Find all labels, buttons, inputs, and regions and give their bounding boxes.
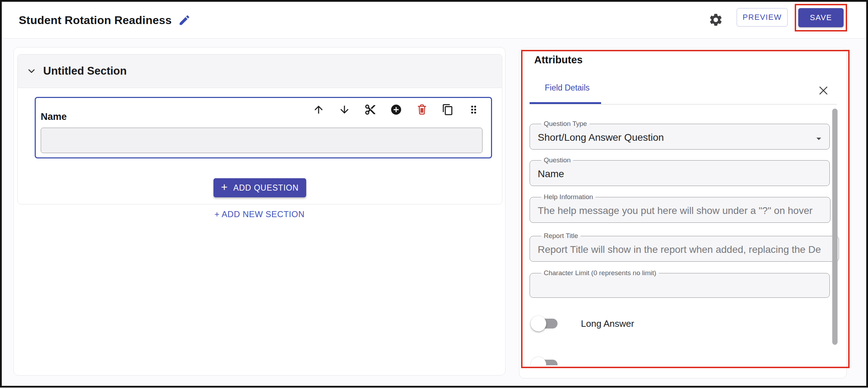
question-label: Name — [41, 111, 67, 122]
add-circle-icon[interactable] — [390, 104, 402, 116]
field-value: Short/Long Answer Question — [537, 128, 822, 149]
clipped-toggle[interactable] — [531, 356, 561, 365]
question-toolbar — [313, 104, 480, 116]
pencil-icon[interactable] — [178, 14, 191, 27]
page-title: Student Rotation Readiness — [19, 14, 172, 27]
toggle-thumb — [531, 357, 546, 365]
duplicate-icon[interactable] — [442, 104, 454, 116]
app-window: Student Rotation Readiness PREVIEW SAVE … — [0, 0, 868, 388]
clipped-toggle-row — [531, 355, 561, 365]
dropdown-arrow-icon[interactable] — [813, 133, 824, 144]
report-title-field[interactable]: Report Title Report Title will show in t… — [530, 232, 839, 262]
field-placeholder: Report Title will show in the report whe… — [537, 240, 832, 261]
long-answer-toggle[interactable] — [531, 315, 561, 332]
delete-icon[interactable] — [416, 104, 428, 116]
move-up-icon[interactable] — [313, 104, 325, 116]
add-question-button[interactable]: + ADD QUESTION — [213, 178, 306, 197]
gear-icon[interactable] — [708, 12, 723, 27]
chevron-down-icon[interactable] — [26, 66, 37, 76]
section-title: Untitled Section — [43, 65, 127, 77]
field-label: Question — [541, 156, 573, 164]
drag-handle-icon[interactable] — [468, 104, 480, 116]
attributes-title: Attributes — [534, 54, 583, 66]
plus-icon: + — [221, 181, 228, 194]
toggle-thumb — [531, 316, 546, 331]
field-value — [537, 277, 822, 297]
save-button[interactable]: SAVE — [798, 8, 844, 27]
field-label: Report Title — [541, 232, 581, 240]
field-label: Help Information — [541, 193, 595, 201]
add-new-section-link[interactable]: + ADD NEW SECTION — [14, 209, 505, 219]
field-label: Question Type — [541, 120, 589, 128]
move-down-icon[interactable] — [338, 104, 350, 116]
attributes-body: Attributes Field Details Question Type S… — [522, 53, 841, 365]
field-placeholder: The help message you put here will show … — [537, 201, 823, 222]
preview-button[interactable]: PREVIEW — [737, 8, 788, 27]
question-card-selected[interactable]: Name — [35, 97, 492, 158]
header-bar: Student Rotation Readiness PREVIEW SAVE — [2, 2, 866, 39]
toggle-label: Long Answer — [581, 318, 634, 329]
question-text-field[interactable]: Question Name — [530, 156, 830, 186]
question-answer-input[interactable] — [41, 128, 482, 153]
form-builder-card: Untitled Section — [13, 47, 506, 376]
question-type-select[interactable]: Question Type Short/Long Answer Question — [530, 120, 830, 150]
section-header[interactable]: Untitled Section — [18, 54, 502, 88]
cut-icon[interactable] — [364, 104, 376, 116]
help-information-field[interactable]: Help Information The help message you pu… — [530, 193, 830, 223]
save-annotation-box: SAVE — [795, 4, 847, 31]
character-limit-field[interactable]: Character Limit (0 represents no limit) — [530, 269, 830, 298]
field-value: Name — [537, 164, 822, 186]
close-icon[interactable] — [817, 85, 829, 97]
tab-divider — [530, 104, 837, 105]
attributes-panel: Attributes Field Details Question Type S… — [519, 48, 847, 378]
field-label: Character Limit (0 represents no limit) — [541, 269, 659, 277]
long-answer-toggle-row: Long Answer — [531, 314, 634, 333]
section-container: Untitled Section — [17, 54, 502, 204]
tab-field-details[interactable]: Field Details — [545, 83, 590, 93]
panel-scrollbar[interactable] — [832, 109, 838, 345]
